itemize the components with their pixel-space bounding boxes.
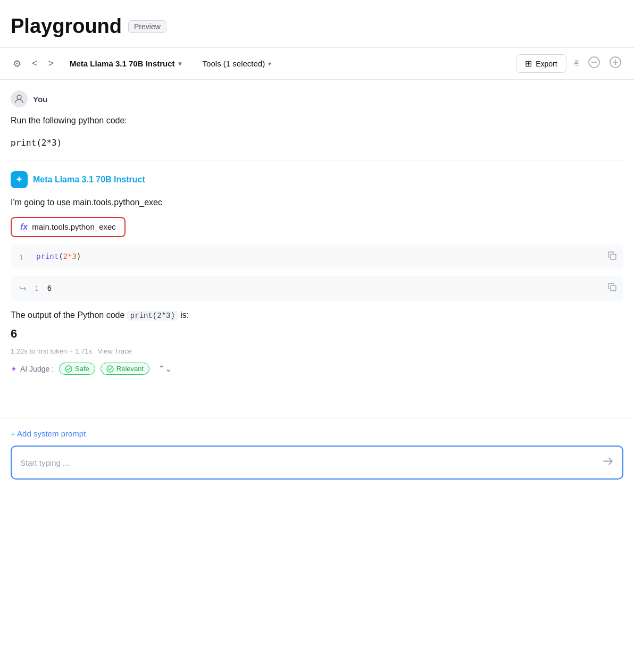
add-system-prompt-button[interactable]: + Add system prompt [11, 429, 86, 438]
output-block: ↪ 1 6 [11, 276, 623, 301]
send-button[interactable] [602, 456, 614, 470]
user-name: You [33, 95, 47, 104]
toolbar: ⚙ < > Meta Llama 3.1 70B Instruct ▾ Tool… [0, 48, 634, 80]
bottom-section: + Add system prompt Start typing ... [0, 418, 634, 490]
svg-rect-6 [611, 254, 616, 259]
tools-selector-button[interactable]: Tools (1 selected) ▾ [195, 56, 279, 71]
add-system-prompt-label: + Add system prompt [11, 429, 86, 438]
fx-icon: fx [20, 222, 28, 232]
ai-judge-row: ✦ AI Judge : Safe Relevant ⌃⌄ [11, 363, 623, 375]
view-trace-link[interactable]: View Trace [98, 347, 132, 355]
code-line-number: 1 [19, 252, 28, 261]
page-title: Playground [11, 15, 122, 38]
input-placeholder: Start typing ... [20, 458, 70, 467]
ai-response-block: Meta Llama 3.1 70B Instruct I'm going to… [11, 161, 623, 385]
conversation-content: You Run the following python code: print… [0, 80, 634, 385]
ai-name: Meta Llama 3.1 70B Instruct [33, 175, 145, 184]
clear-icon[interactable]: ✕ ≡ [572, 56, 581, 71]
svg-point-5 [17, 95, 21, 99]
chevron-right-icon[interactable]: > [46, 56, 56, 71]
ai-judge-label: ✦ AI Judge : [11, 365, 54, 373]
minus-icon[interactable] [586, 54, 602, 73]
user-sender-row: You [11, 90, 623, 107]
code-num: 2*3 [63, 252, 77, 261]
output-value: 6 [47, 284, 52, 292]
timing-duration: 1.22s to first token + 1.71s [11, 347, 92, 355]
result-value: 6 [11, 327, 623, 341]
user-message-line2: print(2*3) [11, 136, 623, 150]
code-block: 1 print(2*3) [11, 245, 623, 268]
ai-avatar [11, 171, 28, 188]
result-description: The output of the Python code print(2*3)… [11, 308, 623, 322]
judge-relevant-text: Relevant [116, 365, 144, 373]
code-paren-close: ) [77, 252, 81, 261]
judge-expand-button[interactable]: ⌃⌄ [155, 363, 175, 375]
tool-call-badge[interactable]: fx main.tools.python_exec [11, 217, 126, 237]
result-code-inline: print(2*3) [127, 311, 178, 321]
svg-point-9 [107, 366, 113, 372]
svg-point-8 [65, 366, 72, 372]
model-label: Meta Llama 3.1 70B Instruct [70, 59, 175, 68]
judge-label-text: AI Judge : [20, 365, 54, 373]
toolbar-right: ⊞ Export ✕ ≡ [516, 54, 623, 73]
output-line-number: 1 [35, 284, 39, 292]
page-header: Playground Preview [0, 0, 634, 48]
user-avatar [11, 90, 28, 107]
chat-input-area: Start typing ... [11, 446, 623, 480]
user-message-line1: Run the following python code: [11, 114, 623, 128]
ai-sender-row: Meta Llama 3.1 70B Instruct [11, 171, 623, 188]
tools-label: Tools (1 selected) [203, 59, 265, 68]
output-copy-button[interactable] [607, 282, 617, 295]
tools-chevron-icon: ▾ [268, 60, 271, 68]
plus-icon[interactable] [607, 54, 623, 73]
export-button[interactable]: ⊞ Export [516, 54, 566, 73]
output-arrow-icon: ↪ [19, 283, 26, 293]
model-selector-button[interactable]: Meta Llama 3.1 70B Instruct ▾ [62, 56, 189, 71]
chevron-left-icon[interactable]: < [30, 56, 40, 71]
code-content: print(2*3) [36, 252, 615, 261]
judge-safe-badge: Safe [59, 363, 95, 375]
user-message-block: You Run the following python code: print… [11, 80, 623, 161]
code-paren-open: ( [59, 252, 63, 261]
ai-intro-text: I'm going to use main.tools.python_exec [11, 196, 623, 209]
export-label: Export [536, 60, 557, 68]
judge-safe-text: Safe [75, 365, 89, 373]
judge-relevant-badge: Relevant [101, 363, 149, 375]
code-fn: print [36, 252, 59, 261]
separator-line [0, 407, 634, 407]
code-copy-button[interactable] [607, 251, 617, 263]
header-title-row: Playground Preview [11, 15, 623, 38]
gear-icon[interactable]: ⚙ [11, 56, 23, 72]
timing-info: 1.22s to first token + 1.71s View Trace [11, 347, 623, 355]
result-suffix: is: [180, 310, 189, 320]
sparkle-icon: ✦ [11, 365, 17, 373]
tool-name: main.tools.python_exec [32, 222, 116, 231]
svg-rect-7 [611, 285, 616, 291]
result-intro: The output of the Python code [11, 310, 124, 320]
model-chevron-icon: ▾ [178, 60, 181, 68]
export-icon: ⊞ [525, 58, 532, 69]
preview-badge: Preview [128, 20, 166, 33]
